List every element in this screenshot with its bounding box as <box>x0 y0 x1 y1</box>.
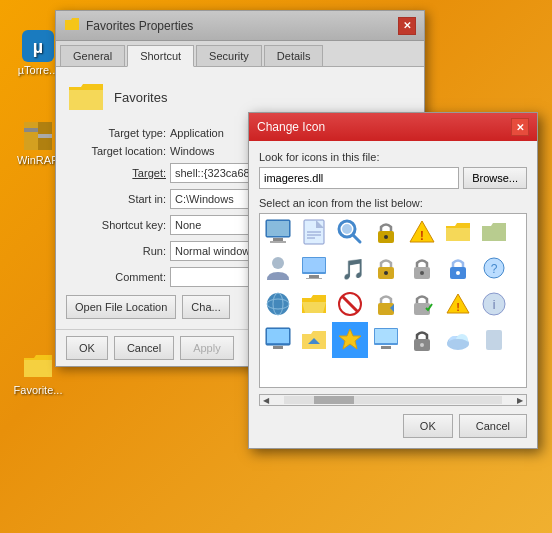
tab-details[interactable]: Details <box>264 45 324 66</box>
svg-rect-4 <box>24 128 38 132</box>
file-row: Browse... <box>259 167 527 189</box>
icon-cell-0[interactable] <box>260 214 296 250</box>
comment-label: Comment: <box>66 271 166 283</box>
change-icon-ok-button[interactable]: OK <box>403 414 453 438</box>
change-icon-cancel-button[interactable]: Cancel <box>459 414 527 438</box>
icon-cell-7[interactable] <box>260 250 296 286</box>
svg-point-31 <box>456 271 460 275</box>
favorites-dialog-title: Favorites Properties <box>86 19 193 33</box>
folder-icon-display <box>66 77 106 117</box>
favorites-close-button[interactable]: ✕ <box>398 17 416 35</box>
icon-cell-9[interactable]: 🎵 <box>332 250 368 286</box>
shortcut-key-label: Shortcut key: <box>66 219 166 231</box>
icon-cell-14[interactable] <box>260 286 296 322</box>
icon-cell-12[interactable] <box>440 250 476 286</box>
target-location-label: Target location: <box>66 145 166 157</box>
icon-cell-26[interactable] <box>440 322 476 358</box>
icon-cell-4[interactable]: ! <box>404 214 440 250</box>
icon-cell-8[interactable] <box>296 250 332 286</box>
icon-cell-21[interactable] <box>260 322 296 358</box>
select-label: Select an icon from the list below: <box>259 197 527 209</box>
icon-cell-3[interactable] <box>368 214 404 250</box>
icon-cell-25[interactable] <box>404 322 440 358</box>
icon-cell-2[interactable] <box>332 214 368 250</box>
desktop-icon-label: WinRAR <box>17 154 59 166</box>
svg-text:🎵: 🎵 <box>341 257 364 281</box>
target-type-value: Application <box>170 127 224 139</box>
icon-scrollbar[interactable]: ◀ ▶ <box>259 394 527 406</box>
svg-text:i: i <box>493 298 496 312</box>
svg-rect-57 <box>486 330 502 350</box>
icon-cell-18[interactable] <box>404 286 440 322</box>
icon-cell-15[interactable] <box>296 286 332 322</box>
file-label: Look for icons in this file: <box>259 151 527 163</box>
svg-text:?: ? <box>491 262 498 276</box>
icon-cell-star-selected[interactable] <box>332 322 368 358</box>
change-icon-titlebar: Change Icon ✕ <box>249 113 537 141</box>
change-icon-close-button[interactable]: ✕ <box>511 118 529 136</box>
change-icon-body: Look for icons in this file: Browse... S… <box>249 141 537 448</box>
svg-point-34 <box>267 293 289 315</box>
target-type-label: Target type: <box>66 127 166 139</box>
icon-cell-24[interactable] <box>368 322 404 358</box>
svg-rect-45 <box>267 329 289 343</box>
icon-cell-6[interactable] <box>476 214 512 250</box>
icon-cell-19[interactable]: ! <box>440 286 476 322</box>
icon-name-row: Favorites <box>66 77 414 117</box>
icon-cell-22[interactable] <box>296 322 332 358</box>
scroll-thumb[interactable] <box>314 396 354 404</box>
svg-point-56 <box>447 339 469 349</box>
svg-rect-23 <box>309 275 319 278</box>
svg-rect-46 <box>273 346 283 349</box>
svg-point-29 <box>420 271 424 275</box>
icon-cell-1[interactable] <box>296 214 332 250</box>
tab-general[interactable]: General <box>60 45 125 66</box>
change-icon-footer: OK Cancel <box>259 414 527 438</box>
tab-shortcut[interactable]: Shortcut <box>127 45 194 67</box>
icon-row-4 <box>260 322 526 358</box>
svg-text:!: ! <box>456 301 460 313</box>
svg-point-18 <box>384 235 388 239</box>
svg-rect-2 <box>24 122 38 150</box>
browse-button[interactable]: Browse... <box>463 167 527 189</box>
scroll-track <box>284 396 502 404</box>
scroll-right-button[interactable]: ▶ <box>514 394 526 406</box>
icon-cell-10[interactable] <box>368 250 404 286</box>
icon-row-2: 🎵 <box>260 250 526 286</box>
svg-marker-47 <box>339 329 361 349</box>
svg-text:!: ! <box>420 228 424 243</box>
icon-cell-20[interactable]: i <box>476 286 512 322</box>
svg-rect-5 <box>38 134 52 138</box>
svg-rect-49 <box>375 329 397 343</box>
scroll-left-button[interactable]: ◀ <box>260 394 272 406</box>
dialog-tabs: General Shortcut Security Details <box>56 41 424 67</box>
icon-cell-13[interactable]: ? <box>476 250 512 286</box>
run-label: Run: <box>66 245 166 257</box>
favorites-apply-button[interactable]: Apply <box>180 336 234 360</box>
svg-rect-9 <box>267 221 289 236</box>
utorrent-icon: µ <box>22 30 54 62</box>
icon-cell-5[interactable] <box>440 214 476 250</box>
icon-cell-27[interactable] <box>476 322 512 358</box>
desktop-icon-label: µTorre... <box>18 64 59 76</box>
target-label: Target: <box>66 167 166 179</box>
svg-point-52 <box>420 343 424 347</box>
change-icon-button[interactable]: Cha... <box>182 295 229 319</box>
icon-cell-17[interactable] <box>368 286 404 322</box>
tab-security[interactable]: Security <box>196 45 262 66</box>
start-in-label: Start in: <box>66 193 166 205</box>
svg-point-20 <box>272 257 284 269</box>
target-location-value: Windows <box>170 145 215 157</box>
open-file-location-button[interactable]: Open File Location <box>66 295 176 319</box>
icon-cell-11[interactable] <box>404 250 440 286</box>
svg-text:µ: µ <box>33 37 43 57</box>
favorites-titlebar: Favorites Properties ✕ <box>56 11 424 41</box>
file-input[interactable] <box>259 167 459 189</box>
winrar-icon <box>22 120 54 152</box>
titlebar-icon <box>64 16 80 35</box>
icon-cell-16[interactable] <box>332 286 368 322</box>
desktop-icon-label: Favorite... <box>14 384 63 396</box>
svg-point-27 <box>384 271 388 275</box>
favorites-ok-button[interactable]: OK <box>66 336 108 360</box>
favorites-cancel-button[interactable]: Cancel <box>114 336 174 360</box>
